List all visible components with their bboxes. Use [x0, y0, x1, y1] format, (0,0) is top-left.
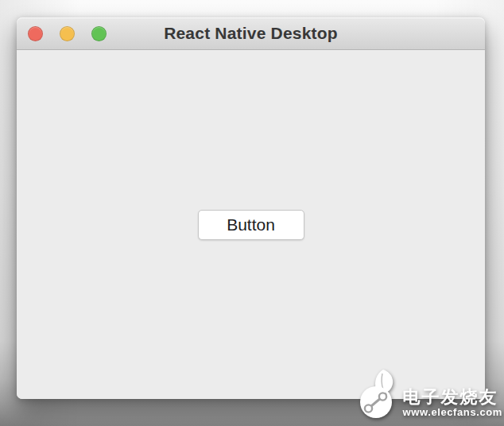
- window-title: React Native Desktop: [164, 24, 338, 43]
- minimize-button[interactable]: [60, 26, 75, 41]
- app-window: React Native Desktop Button: [17, 17, 485, 399]
- traffic-light-buttons: [28, 17, 107, 49]
- window-content: Button: [17, 51, 485, 399]
- watermark-url: www.elecfans.com: [403, 407, 502, 418]
- close-button[interactable]: [28, 26, 43, 41]
- window-titlebar[interactable]: React Native Desktop: [17, 17, 485, 50]
- zoom-button[interactable]: [91, 26, 107, 41]
- button[interactable]: Button: [198, 210, 304, 240]
- desktop-background: React Native Desktop Button 电子发烧友 www.el…: [0, 0, 504, 426]
